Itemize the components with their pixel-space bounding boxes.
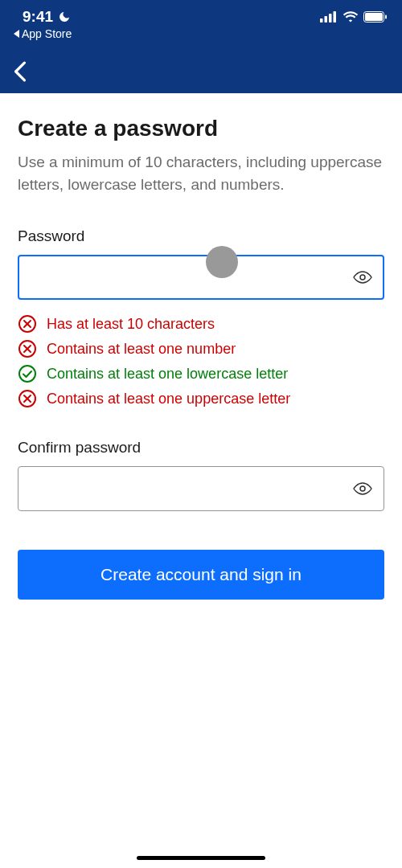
page-subtitle: Use a minimum of 10 characters, includin… (18, 151, 384, 195)
home-indicator[interactable] (137, 856, 265, 860)
confirm-input-wrapper (18, 466, 384, 511)
touch-indicator (206, 246, 238, 278)
status-left: 9:41 (23, 8, 71, 26)
svg-point-18 (360, 486, 365, 491)
cellular-icon (320, 11, 338, 23)
moon-icon (58, 10, 71, 23)
battery-icon (363, 11, 388, 23)
requirement-text: Has at least 10 characters (47, 316, 215, 333)
eye-icon (353, 268, 372, 287)
wifi-icon (343, 11, 359, 23)
triangle-left-icon (14, 30, 20, 38)
svg-rect-2 (329, 14, 332, 23)
svg-point-7 (360, 275, 365, 280)
toggle-password-visibility[interactable] (352, 267, 373, 288)
password-input-wrapper (18, 255, 384, 300)
check-circle-icon (18, 364, 37, 383)
back-button[interactable] (8, 59, 32, 84)
svg-rect-6 (385, 15, 387, 19)
requirement-item: Contains at least one uppercase letter (18, 389, 384, 408)
eye-icon (353, 479, 372, 498)
x-circle-icon (18, 389, 37, 408)
requirement-item: Contains at least one number (18, 339, 384, 358)
password-input[interactable] (18, 255, 384, 300)
svg-rect-3 (334, 11, 337, 23)
confirm-password-label: Confirm password (18, 439, 384, 457)
confirm-section: Confirm password (18, 439, 384, 511)
password-section: Password (18, 227, 384, 300)
password-requirements: Has at least 10 charactersContains at le… (18, 314, 384, 408)
toggle-confirm-visibility[interactable] (352, 478, 373, 499)
svg-rect-1 (325, 16, 328, 23)
svg-point-14 (19, 366, 35, 382)
page-title: Create a password (18, 116, 384, 141)
back-to-appstore[interactable]: App Store (0, 27, 402, 40)
status-bar: 9:41 (0, 0, 402, 26)
requirement-item: Contains at least one lowercase letter (18, 364, 384, 383)
app-header: 9:41 App Store (0, 0, 402, 93)
requirement-item: Has at least 10 characters (18, 314, 384, 334)
svg-rect-0 (320, 18, 323, 23)
requirement-text: Contains at least one uppercase letter (47, 391, 290, 407)
create-account-button[interactable]: Create account and sign in (18, 550, 384, 600)
password-label: Password (18, 227, 384, 245)
status-right (320, 11, 388, 23)
back-app-label: App Store (22, 27, 72, 40)
svg-rect-5 (365, 13, 383, 21)
confirm-password-input[interactable] (18, 466, 384, 511)
x-circle-icon (18, 314, 37, 334)
requirement-text: Contains at least one lowercase letter (47, 366, 288, 383)
main-content: Create a password Use a minimum of 10 ch… (0, 93, 402, 600)
chevron-left-icon (14, 61, 27, 82)
requirement-text: Contains at least one number (47, 341, 236, 358)
x-circle-icon (18, 339, 37, 358)
status-time: 9:41 (23, 8, 53, 26)
